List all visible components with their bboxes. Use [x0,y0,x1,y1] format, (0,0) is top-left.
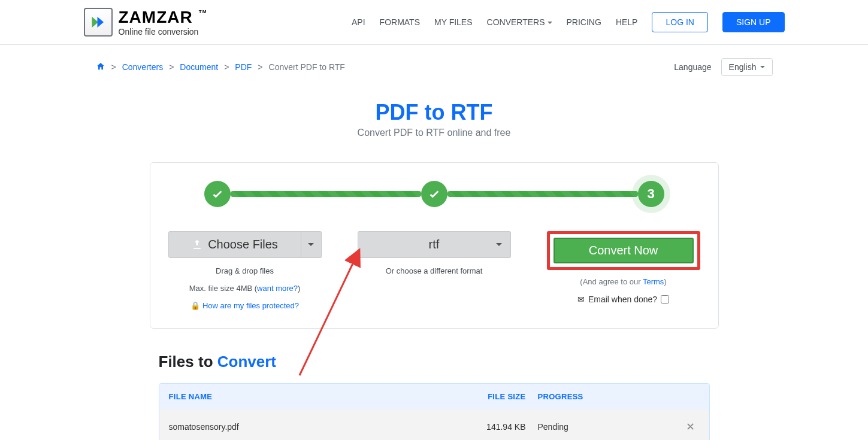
table-row: somatosensory.pdf 141.94 KB Pending ✕ [159,409,709,440]
logo[interactable]: ZAMZARTM Online file conversion [84,8,199,37]
nav-help[interactable]: HELP [616,17,638,27]
col-file-size: FILE SIZE [472,392,538,401]
format-select[interactable]: rtf [358,231,511,258]
choose-files-dropdown[interactable] [301,231,322,258]
choose-files-button[interactable]: Choose Files [168,231,301,258]
signup-button[interactable]: SIGN UP [722,12,785,32]
crumb-converters[interactable]: Converters [122,62,163,72]
top-nav: ZAMZARTM Online file conversion API FORM… [0,0,868,45]
upload-icon [191,239,203,251]
convert-highlight: Convert Now [547,231,700,270]
step-3-current: 3 [638,181,664,207]
login-button[interactable]: LOG IN [652,12,707,32]
crumb-current: Convert PDF to RTF [269,62,345,72]
converter-card: 3 Choose Files Drag & drop files Max. fi… [150,162,719,329]
file-progress: Pending [538,422,682,432]
email-checkbox[interactable] [661,295,669,304]
nav-converters[interactable]: CONVERTERS [487,17,552,27]
drag-drop-hint: Drag & drop files [216,266,274,275]
logo-main-text: ZAMZARTM [119,8,199,27]
remove-file-button[interactable]: ✕ [682,420,700,433]
page-subtitle: Convert PDF to RTF online and free [0,128,868,138]
nav-links: API FORMATS MY FILES CONVERTERS PRICING … [352,12,784,32]
language-select[interactable]: English [721,58,773,76]
lock-icon: 🔒 [190,301,200,310]
step-2-done [421,181,447,207]
logo-sub-text: Online file conversion [119,27,199,37]
email-when-done[interactable]: ✉ Email when done? [577,295,669,304]
breadcrumb: > Converters > Document > PDF > Convert … [96,62,345,73]
home-icon[interactable] [96,62,105,73]
files-table: FILE NAME FILE SIZE PROGRESS somatosenso… [159,383,710,440]
nav-api[interactable]: API [352,17,365,27]
want-more-link[interactable]: want more? [257,284,298,293]
crumb-document[interactable]: Document [180,62,218,72]
col-progress: PROGRESS [538,392,682,401]
format-hint: Or choose a different format [386,266,483,275]
mail-icon: ✉ [577,295,585,304]
logo-icon [84,8,113,37]
nav-formats[interactable]: FORMATS [380,17,420,27]
files-title: Files to Convert [159,353,710,371]
col-file-name: FILE NAME [169,392,472,401]
crumb-pdf[interactable]: PDF [235,62,252,72]
terms-agree: (And agree to our Terms) [580,277,666,286]
terms-link[interactable]: Terms [643,277,664,286]
file-size: 141.94 KB [472,422,538,432]
convert-now-button[interactable]: Convert Now [554,238,694,263]
language-label: Language [674,62,711,72]
stepper: 3 [204,181,664,207]
files-protected-link[interactable]: How are my files protected? [202,301,299,310]
file-name: somatosensory.pdf [169,422,472,432]
nav-myfiles[interactable]: MY FILES [434,17,473,27]
nav-pricing[interactable]: PRICING [567,17,601,27]
max-size-hint: Max. file size 4MB (want more?) [189,284,301,293]
step-1-done [204,181,231,207]
protection-hint: 🔒How are my files protected? [190,301,299,310]
page-title: PDF to RTF [0,100,868,125]
hero: PDF to RTF Convert PDF to RTF online and… [0,100,868,138]
